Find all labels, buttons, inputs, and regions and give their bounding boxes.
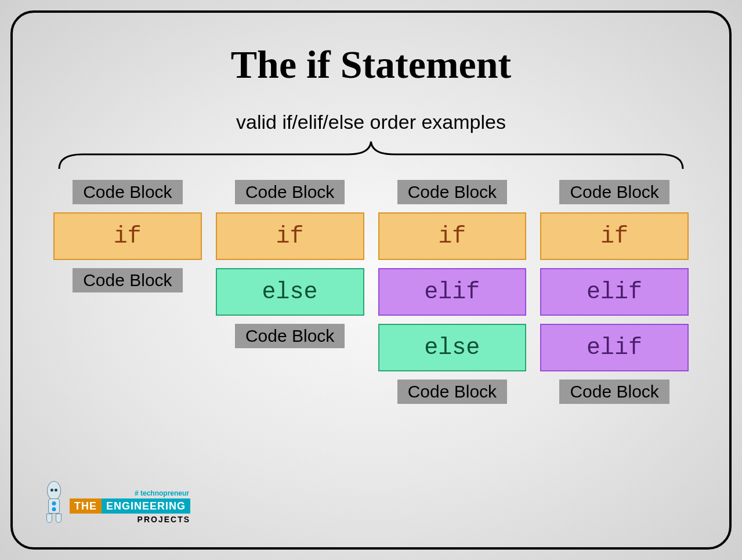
keyword-else: else xyxy=(216,268,364,316)
code-block-label: Code Block xyxy=(235,324,345,348)
example-columns: Code Block if Code Block Code Block if e… xyxy=(53,180,689,404)
example-column-4: Code Block if elif elif Code Block xyxy=(540,180,689,404)
keyword-if: if xyxy=(540,212,689,260)
keyword-elif: elif xyxy=(540,324,689,371)
code-block-label: Code Block xyxy=(397,180,507,204)
keyword-if: if xyxy=(378,212,527,260)
code-block-label: Code Block xyxy=(397,380,507,404)
diagram-frame: The if Statement valid if/elif/else orde… xyxy=(10,10,732,550)
example-column-2: Code Block if else Code Block xyxy=(216,180,364,404)
logo-engineering: ENGINEERING xyxy=(102,498,190,514)
brace xyxy=(53,137,689,174)
keyword-if: if xyxy=(216,212,364,260)
logo-the: THE xyxy=(70,498,102,514)
example-column-1: Code Block if Code Block xyxy=(53,180,202,404)
brand-logo: # technopreneur THE ENGINEERING PROJECTS xyxy=(42,481,190,524)
logo-projects: PROJECTS xyxy=(137,515,190,524)
code-block-label: Code Block xyxy=(235,180,345,204)
code-block-label: Code Block xyxy=(559,180,669,204)
code-block-label: Code Block xyxy=(73,180,182,204)
keyword-else: else xyxy=(378,324,527,371)
logo-text: # technopreneur THE ENGINEERING PROJECTS xyxy=(70,489,190,524)
code-block-label: Code Block xyxy=(559,380,669,404)
logo-hashtag: # technopreneur xyxy=(135,489,189,497)
example-column-3: Code Block if elif else Code Block xyxy=(378,180,527,404)
keyword-elif: elif xyxy=(540,268,689,316)
page-title: The if Statement xyxy=(36,42,706,88)
subtitle: valid if/elif/else order examples xyxy=(36,111,706,133)
robot-icon xyxy=(42,481,66,524)
keyword-elif: elif xyxy=(378,268,527,316)
keyword-if: if xyxy=(53,212,202,260)
code-block-label: Code Block xyxy=(73,268,182,292)
